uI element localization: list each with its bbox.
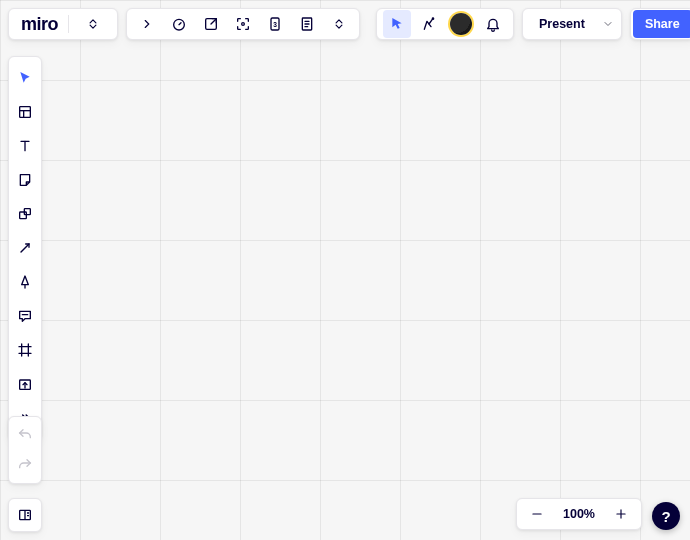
board-switch-button[interactable] xyxy=(8,498,42,532)
brand-logo[interactable]: miro xyxy=(21,14,58,35)
svg-text:3: 3 xyxy=(273,21,277,28)
brand-divider xyxy=(68,15,69,33)
svg-line-19 xyxy=(21,244,29,252)
left-toolbox xyxy=(8,56,42,440)
panels-icon xyxy=(17,507,33,523)
canvas[interactable] xyxy=(0,0,690,540)
select-tool-icon[interactable] xyxy=(10,63,40,93)
top-bar: miro 3 xyxy=(8,8,682,40)
share-button[interactable]: Share xyxy=(633,10,690,38)
top-right-cluster: Present Share xyxy=(376,8,690,40)
more-apps-chevron-icon[interactable] xyxy=(325,10,353,38)
export-icon[interactable] xyxy=(197,10,225,38)
svg-line-1 xyxy=(179,23,181,25)
present-dropdown-chevron-icon[interactable] xyxy=(599,18,617,30)
text-tool-icon[interactable] xyxy=(10,131,40,161)
connector-tool-icon[interactable] xyxy=(10,233,40,263)
help-label: ? xyxy=(661,508,670,525)
present-split-button: Present xyxy=(522,8,622,40)
upload-tool-icon[interactable] xyxy=(10,369,40,399)
zoom-in-icon[interactable] xyxy=(607,500,635,528)
templates-tool-icon[interactable] xyxy=(10,97,40,127)
notes-icon[interactable] xyxy=(293,10,321,38)
zoom-level[interactable]: 100% xyxy=(555,507,603,521)
share-panel: Share xyxy=(630,8,690,40)
shapes-tool-icon[interactable] xyxy=(10,199,40,229)
board-menu-chevron-icon[interactable] xyxy=(79,10,107,38)
svg-rect-17 xyxy=(20,212,27,219)
avatar-icon xyxy=(450,13,472,35)
zoom-panel: 100% xyxy=(516,498,642,530)
svg-rect-12 xyxy=(20,107,31,118)
redo-icon[interactable] xyxy=(11,451,39,479)
sticky-note-tool-icon[interactable] xyxy=(10,165,40,195)
cursor-tracking-icon[interactable] xyxy=(383,10,411,38)
help-button[interactable]: ? xyxy=(652,502,680,530)
user-avatar[interactable] xyxy=(447,10,475,38)
pen-tool-icon[interactable] xyxy=(10,267,40,297)
frame-tool-icon[interactable] xyxy=(10,335,40,365)
svg-point-11 xyxy=(432,18,433,19)
comment-tool-icon[interactable] xyxy=(10,301,40,331)
collab-panel xyxy=(376,8,514,40)
present-button[interactable]: Present xyxy=(527,10,597,38)
board-tools-panel: 3 xyxy=(126,8,360,40)
focus-icon[interactable] xyxy=(229,10,257,38)
timer-icon[interactable] xyxy=(165,10,193,38)
zoom-out-icon[interactable] xyxy=(523,500,551,528)
history-panel xyxy=(8,416,42,484)
estimate-icon[interactable]: 3 xyxy=(261,10,289,38)
expand-chevron-right-icon[interactable] xyxy=(133,10,161,38)
notification-bell-icon[interactable] xyxy=(479,10,507,38)
undo-icon[interactable] xyxy=(11,421,39,449)
svg-line-3 xyxy=(211,19,216,24)
reactions-icon[interactable] xyxy=(415,10,443,38)
brand-panel: miro xyxy=(8,8,118,40)
svg-point-4 xyxy=(242,23,245,26)
